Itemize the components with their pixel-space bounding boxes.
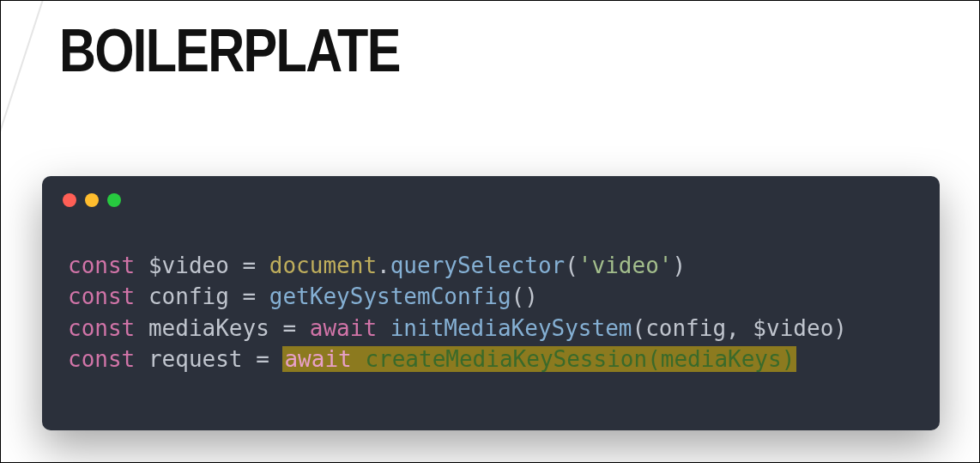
close-icon[interactable] <box>63 193 76 207</box>
code-line: const config = getKeySystemConfig() <box>68 281 914 312</box>
slide-title: BOILERPLATE <box>59 16 400 85</box>
code-line: const request = await createMediaKeySess… <box>68 344 914 375</box>
code-block: const $video = document.querySelector('v… <box>42 216 940 401</box>
code-line: const $video = document.querySelector('v… <box>68 250 914 281</box>
window-controls <box>42 176 940 216</box>
code-line: const mediaKeys = await initMediaKeySyst… <box>68 313 914 344</box>
code-window: const $video = document.querySelector('v… <box>42 176 940 430</box>
minimize-icon[interactable] <box>85 193 99 207</box>
zoom-icon[interactable] <box>107 193 121 207</box>
